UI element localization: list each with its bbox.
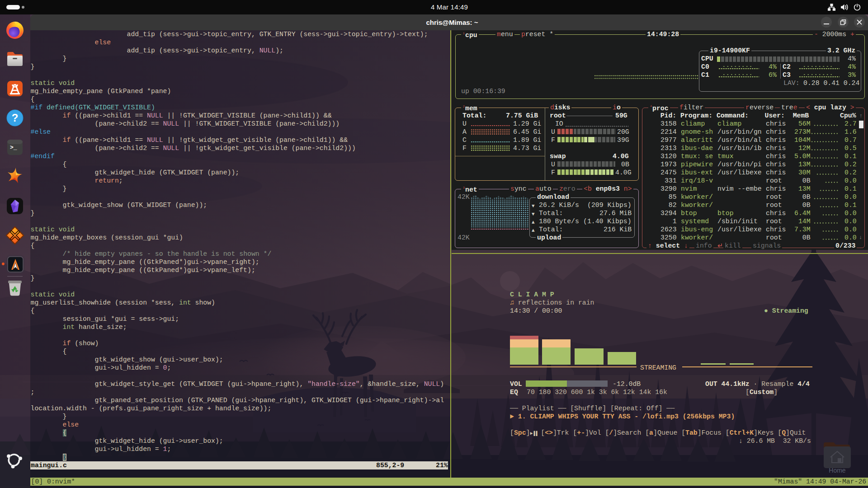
svg-text:?: ? [12, 112, 19, 124]
svg-text:>_: >_ [10, 144, 17, 151]
